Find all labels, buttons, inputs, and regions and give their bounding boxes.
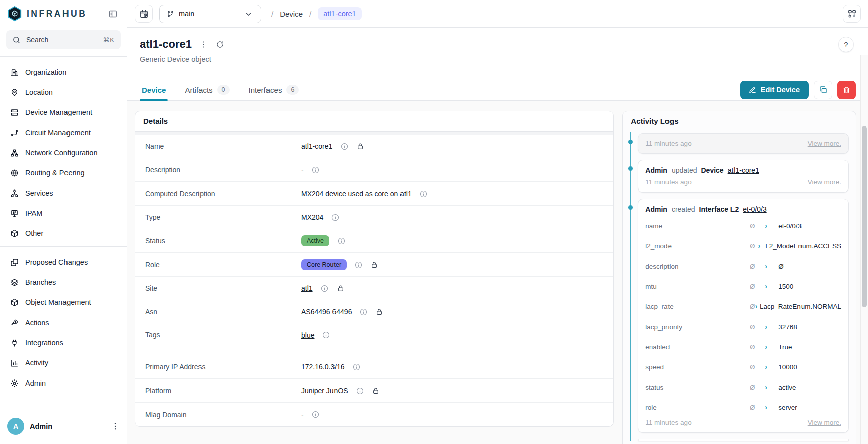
activity-timeline: 11 minutes ago View more. Admin: [623, 131, 856, 441]
delete-object-button[interactable]: [837, 81, 856, 99]
info-icon[interactable]: [311, 410, 320, 419]
info-icon[interactable]: [322, 331, 330, 339]
circuit-management-icon: [10, 129, 19, 137]
attribute-value: Lacp_RateEnum.NORMAL: [760, 303, 841, 310]
sidebar-item[interactable]: IPAM: [6, 203, 121, 223]
log-summary: Admin updated Device atl1-core1: [645, 165, 841, 177]
info-icon[interactable]: [340, 142, 349, 151]
time-travel-button[interactable]: [135, 5, 153, 23]
breadcrumb-device[interactable]: Device: [280, 10, 303, 18]
tab[interactable]: Device: [140, 79, 168, 100]
attribute-name: lacp_priority: [645, 323, 750, 331]
log-actor: Admin: [645, 205, 667, 213]
sidebar-item[interactable]: Circuit Management: [6, 122, 121, 143]
activity-log-card: 11 minutes ago View more.: [638, 133, 849, 154]
activity-entry: Admin created Interface L2 et-0/0/3: [638, 199, 849, 433]
branches-icon: [10, 278, 19, 287]
sidebar-item[interactable]: Services: [6, 183, 121, 203]
attribute-name: role: [645, 404, 750, 411]
detail-label: Asn: [145, 308, 301, 316]
log-object-link[interactable]: et-0/0/3: [743, 205, 766, 213]
info-icon[interactable]: [359, 308, 368, 316]
info-icon[interactable]: [352, 363, 361, 371]
info-icon[interactable]: [419, 189, 428, 198]
refresh-button[interactable]: [215, 39, 225, 50]
ipam-icon: [10, 209, 19, 218]
info-icon[interactable]: [356, 387, 364, 395]
breadcrumb-separator: /: [271, 10, 273, 18]
activity-log-card: View more.: [638, 439, 849, 441]
info-icon[interactable]: [320, 284, 329, 293]
info-icon[interactable]: [337, 237, 346, 245]
log-footer: 11 minutes ago View more.: [645, 177, 841, 187]
info-icon[interactable]: [354, 261, 363, 269]
sidebar-item[interactable]: Other: [6, 223, 121, 243]
sidebar-item-label: Circuit Management: [25, 129, 91, 137]
sidebar-item[interactable]: Routing & Peering: [6, 163, 121, 183]
null-symbol: Ø: [750, 404, 765, 411]
help-button[interactable]: ?: [838, 37, 854, 52]
view-more-link[interactable]: View more.: [808, 140, 841, 147]
tab[interactable]: Artifacts 0: [183, 79, 231, 100]
tab-label: Device: [142, 86, 166, 94]
lock-icon: [337, 284, 345, 292]
sidebar-item[interactable]: Organization: [6, 62, 121, 82]
sidebar-item[interactable]: Activity: [6, 353, 121, 373]
clone-object-button[interactable]: [814, 81, 832, 99]
view-more-link[interactable]: View more.: [808, 178, 841, 186]
tab-label: Artifacts: [185, 86, 212, 94]
sidebar-item[interactable]: Location: [6, 82, 121, 102]
detail-value: atl1: [301, 284, 313, 292]
sidebar-item[interactable]: Object Management: [6, 292, 121, 312]
object-actions: Edit Device: [740, 81, 856, 99]
log-object-link[interactable]: atl1-core1: [728, 166, 759, 174]
detail-label: Type: [145, 213, 301, 221]
schema-button[interactable]: [843, 5, 861, 23]
null-symbol: Ø: [750, 303, 755, 310]
collapse-sidebar-icon: [108, 9, 118, 19]
sidebar-item-label: Branches: [25, 278, 56, 286]
detail-row: Asn AS64496 64496: [135, 300, 613, 324]
lock-icon: [370, 261, 378, 269]
vertical-scrollbar: [860, 55, 868, 444]
edit-device-button[interactable]: Edit Device: [740, 81, 809, 99]
user-menu[interactable]: A Admin: [6, 411, 121, 444]
device-management-icon: [10, 108, 19, 117]
search-input[interactable]: Search ⌘K: [6, 30, 121, 49]
location-icon: [10, 88, 19, 97]
detail-label: Status: [145, 237, 301, 245]
view-more-link[interactable]: View more.: [808, 419, 841, 426]
info-icon[interactable]: [311, 166, 320, 174]
sidebar-item[interactable]: Branches: [6, 272, 121, 292]
git-branch-icon: [167, 10, 174, 18]
branch-dropdown-toggle[interactable]: [236, 5, 261, 23]
detail-label: Computed Description: [145, 189, 301, 198]
sidebar-item[interactable]: Actions: [6, 312, 121, 333]
null-symbol: Ø: [750, 222, 765, 230]
trash-icon: [842, 86, 851, 94]
object-management-icon: [10, 298, 19, 307]
attribute-name: enabled: [645, 343, 750, 351]
kebab-menu-icon: [111, 422, 120, 431]
detail-row: Name atl1-core1: [135, 135, 613, 158]
object-options-button[interactable]: [198, 39, 209, 50]
sidebar-collapse-button[interactable]: [106, 7, 120, 21]
detail-value: blue: [301, 331, 314, 339]
details-title: Details: [135, 111, 613, 132]
branch-selector[interactable]: main: [159, 5, 261, 23]
timeline-dot: [628, 166, 633, 171]
log-attribute-row: name Ø › et-0/0/3: [645, 216, 841, 236]
sidebar-item[interactable]: Device Management: [6, 102, 121, 122]
scrollbar-thumb[interactable]: [862, 126, 867, 307]
sidebar-item-label: Integrations: [25, 339, 63, 347]
log-attribute-row: speed Ø › 10000: [645, 357, 841, 377]
sidebar-item[interactable]: Integrations: [6, 333, 121, 353]
user-options-button[interactable]: [111, 422, 120, 431]
info-icon[interactable]: [331, 213, 340, 222]
tab[interactable]: Interfaces 6: [247, 79, 301, 100]
sidebar-item[interactable]: Admin: [6, 373, 121, 393]
breadcrumb-current[interactable]: atl1-core1: [318, 7, 361, 20]
sidebar-item[interactable]: Proposed Changes: [6, 252, 121, 272]
detail-row: Primary IP Address 172.16.0.3/16: [135, 355, 613, 379]
sidebar-item[interactable]: Network Configuration: [6, 143, 121, 163]
